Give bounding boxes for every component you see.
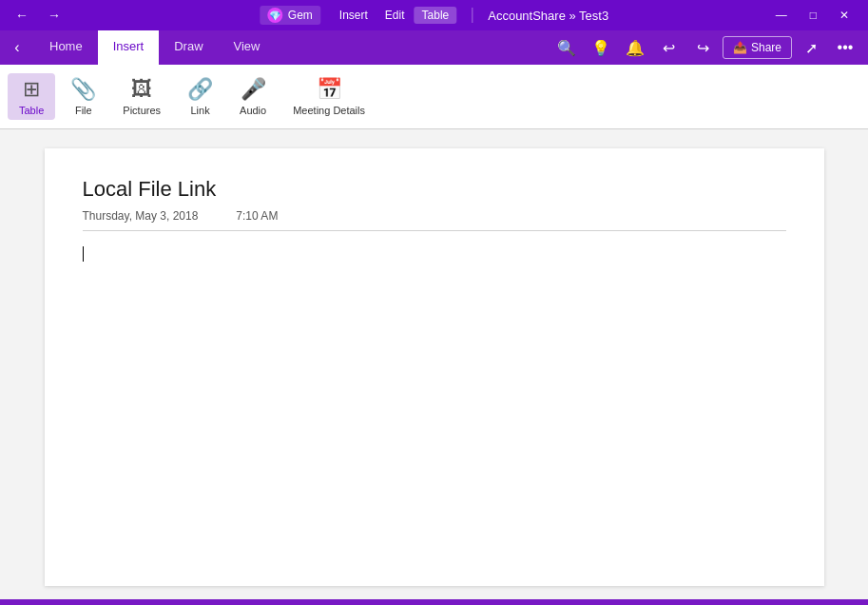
title-bar-menu: Insert Edit Table [332,7,456,24]
ribbon-tabs: Home Insert Draw View [34,30,551,65]
toolbar-file[interactable]: 📎 File [59,73,107,120]
link-label: Link [190,105,209,116]
title-bar-left: ← → [8,6,68,25]
toolbar-link[interactable]: 🔗 Link [176,73,224,120]
toolbar-audio[interactable]: 🎤 Audio [228,73,278,120]
search-button[interactable]: 🔍 [551,32,582,63]
page-date: Thursday, May 3, 2018 [83,209,199,223]
content-area: Local File Link Thursday, May 3, 2018 7:… [0,129,868,599]
page-meta: Thursday, May 3, 2018 7:10 AM [83,209,786,231]
file-icon: 📎 [70,77,96,102]
bulb-button[interactable]: 💡 [586,32,616,63]
toolbar-pictures[interactable]: 🖼 Pictures [111,73,172,120]
share-button[interactable]: 📤 Share [723,36,792,59]
maximize-button[interactable]: □ [799,0,828,30]
menu-table[interactable]: Table [415,7,457,24]
nav-forward-button[interactable]: → [40,6,68,25]
pictures-label: Pictures [123,105,161,116]
tab-view[interactable]: View [219,30,276,65]
table-label: Table [19,105,44,116]
expand-button[interactable]: ➚ [796,32,826,63]
page-content[interactable] [83,246,786,532]
tab-draw[interactable]: Draw [159,30,218,65]
meeting-label: Meeting Details [293,105,365,116]
meeting-icon: 📅 [317,77,342,102]
ribbon-toolbar: ⊞ Table 📎 File 🖼 Pictures 🔗 Link 🎤 Audio… [0,65,868,129]
gem-label[interactable]: Gem [288,9,313,22]
tab-insert[interactable]: Insert [98,30,160,65]
menu-separator [472,8,473,23]
nav-back-icon[interactable]: ‹ [0,30,34,65]
tab-home[interactable]: Home [34,30,98,65]
audio-label: Audio [240,105,266,116]
link-icon: 🔗 [187,77,213,102]
title-bar-nav: ← → [8,6,68,25]
menu-insert[interactable]: Insert [332,7,376,24]
share-label: Share [751,41,781,54]
page-container[interactable]: Local File Link Thursday, May 3, 2018 7:… [45,148,824,586]
title-bar: ← → 💎 Gem Insert Edit Table AccountShare… [0,0,868,30]
bell-button[interactable]: 🔔 [620,32,650,63]
gem-plugin: 💎 Gem [260,6,320,25]
ribbon-nav: ‹ Home Insert Draw View 🔍 💡 🔔 ↩ ↪ 📤 Shar… [0,30,868,65]
app-title: AccountShare » Test3 [488,9,608,23]
undo-button[interactable]: ↩ [654,32,685,63]
share-icon: 📤 [733,41,747,54]
more-button[interactable]: ••• [830,32,860,63]
pictures-icon: 🖼 [131,77,152,102]
table-icon: ⊞ [23,77,40,102]
close-button[interactable]: ✕ [828,0,860,30]
gem-icon: 💎 [267,8,282,23]
file-label: File [75,105,92,116]
minimize-button[interactable]: — [764,0,799,30]
title-bar-controls: — □ ✕ [764,0,860,30]
redo-button[interactable]: ↪ [688,32,719,63]
title-bar-center: 💎 Gem Insert Edit Table AccountShare » T… [260,6,608,25]
ribbon-nav-actions: 🔍 💡 🔔 ↩ ↪ 📤 Share ➚ ••• [551,30,868,65]
nav-back-button[interactable]: ← [8,6,36,25]
page-title: Local File Link [83,177,786,202]
audio-icon: 🎤 [241,77,266,102]
bottom-bar [0,599,868,605]
menu-edit[interactable]: Edit [377,7,413,24]
page-time: 7:10 AM [236,209,278,223]
toolbar-table[interactable]: ⊞ Table [8,73,55,120]
text-cursor [83,246,84,262]
toolbar-meeting-details[interactable]: 📅 Meeting Details [281,73,376,120]
